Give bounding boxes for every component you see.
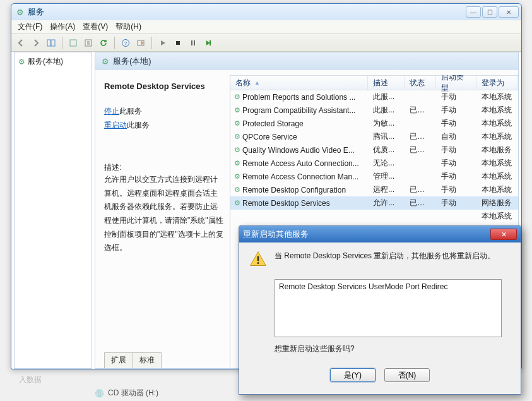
tab-extended[interactable]: 扩展 <box>104 352 133 368</box>
separator <box>114 37 115 49</box>
gear-icon: ⚙ <box>234 106 240 114</box>
table-row[interactable]: 本地系统 <box>230 210 518 223</box>
menu-file[interactable]: 文件(F) <box>14 20 46 33</box>
table-row[interactable]: ⚙Remote Desktop Services允许...已启动手动网络服务 <box>230 196 518 210</box>
description-label: 描述: <box>104 162 223 173</box>
tree-root[interactable]: ⚙ 服务(本地) <box>17 55 89 68</box>
list-item[interactable]: Remote Desktop Services UserMode Port Re… <box>279 282 497 291</box>
dialog-question: 想重新启动这些服务吗? <box>275 344 511 354</box>
dialog-buttons: 是(Y) 否(N) <box>249 368 511 382</box>
separator <box>62 37 62 49</box>
table-row[interactable]: ⚙Quality Windows Audio Video E...优质...已启… <box>230 143 518 157</box>
gear-icon: ⚙ <box>102 57 109 66</box>
service-actions: 停止此服务 重启动此服务 <box>104 105 223 132</box>
service-name: Remote Desktop Services <box>104 81 223 91</box>
restart-dialog: 重新启动其他服务 ✕ 当 Remote Desktop Services 重新启… <box>239 225 521 395</box>
titlebar[interactable]: ⚙ 服务 — ☐ ✕ <box>11 4 521 20</box>
disc-icon: 💿 <box>95 389 104 398</box>
detail-pane: Remote Desktop Services 停止此服务 重启动此服务 描述:… <box>98 75 230 368</box>
maximize-button[interactable]: ☐ <box>482 6 497 18</box>
gear-icon: ⚙ <box>16 8 24 17</box>
table-row[interactable]: ⚙Remote Access Auto Connection...无论...手动… <box>230 157 518 170</box>
wizard-button[interactable] <box>134 36 148 50</box>
forward-button[interactable] <box>29 36 43 50</box>
gear-icon: ⚙ <box>234 93 240 101</box>
svg-rect-2 <box>70 40 76 46</box>
gear-icon: ⚙ <box>234 133 240 141</box>
menu-help[interactable]: 帮助(H) <box>112 20 145 33</box>
svg-rect-1 <box>51 40 55 46</box>
window-title: 服务 <box>28 6 466 18</box>
show-hide-tree-button[interactable] <box>44 36 58 50</box>
svg-rect-9 <box>194 40 195 45</box>
window-controls: — ☐ ✕ <box>466 6 519 18</box>
svg-rect-8 <box>191 40 192 45</box>
pane-header: ⚙ 服务(本地) <box>95 52 518 70</box>
dialog-service-list[interactable]: Remote Desktop Services UserMode Port Re… <box>275 279 502 337</box>
stop-button[interactable] <box>171 36 185 50</box>
drive-item[interactable]: 💿 CD 驱动器 (H:) <box>95 388 158 398</box>
start-button[interactable] <box>156 36 170 50</box>
col-desc[interactable]: 描述 <box>368 76 405 90</box>
export-button[interactable] <box>81 36 95 50</box>
tree-root-label: 服务(本地) <box>28 56 63 67</box>
close-button[interactable]: ✕ <box>499 6 519 18</box>
table-row[interactable]: ⚙Problem Reports and Solutions ...此服...手… <box>230 90 518 104</box>
stop-link[interactable]: 停止 <box>104 107 119 116</box>
table-row[interactable]: ⚙Remote Desktop Configuration远程...已启动手动本… <box>230 183 518 196</box>
pane-title: 服务(本地) <box>113 56 151 67</box>
menu-action[interactable]: 操作(A) <box>46 20 79 33</box>
menu-view[interactable]: 查看(V) <box>79 20 112 33</box>
dialog-titlebar[interactable]: 重新启动其他服务 ✕ <box>239 226 521 242</box>
svg-rect-0 <box>47 40 50 46</box>
dialog-body: 当 Remote Desktop Services 重新启动，其他服务也将重新启… <box>239 242 521 386</box>
gear-icon: ⚙ <box>234 199 240 207</box>
tab-standard[interactable]: 标准 <box>133 352 162 368</box>
table-row[interactable]: ⚙Remote Access Connection Man...管理...手动本… <box>230 170 518 183</box>
no-button[interactable]: 否(N) <box>384 368 430 382</box>
col-logon[interactable]: 登录为 <box>476 76 518 90</box>
table-row[interactable]: ⚙Protected Storage为敏...手动本地系统 <box>230 117 518 130</box>
menubar: 文件(F) 操作(A) 查看(V) 帮助(H) <box>11 20 521 34</box>
description-text: 允许用户以交互方式连接到远程计算机。远程桌面和远程桌面会话主机服务器依赖此服务。… <box>104 173 223 255</box>
background-text: 入数据 <box>19 374 42 385</box>
refresh-button[interactable] <box>97 36 110 50</box>
svg-rect-10 <box>210 40 211 45</box>
tree-pane[interactable]: ⚙ 服务(本地) <box>14 52 92 369</box>
svg-text:?: ? <box>124 40 127 46</box>
dialog-message: 当 Remote Desktop Services 重新启动，其他服务也将重新启… <box>275 250 495 268</box>
sort-asc-icon: ▲ <box>254 80 260 86</box>
dialog-close-button[interactable]: ✕ <box>490 229 517 240</box>
pause-button[interactable] <box>186 36 200 50</box>
toolbar: ? <box>11 34 521 52</box>
col-name[interactable]: 名称▲ <box>230 76 368 90</box>
gear-icon: ⚙ <box>234 146 240 154</box>
gear-icon: ⚙ <box>234 172 240 181</box>
minimize-button[interactable]: — <box>466 6 481 18</box>
col-status[interactable]: 状态 <box>405 76 436 90</box>
help-button[interactable]: ? <box>119 36 133 50</box>
svg-rect-12 <box>257 262 259 264</box>
yes-button[interactable]: 是(Y) <box>330 368 375 382</box>
warning-icon <box>249 250 267 268</box>
col-startup[interactable]: 启动类型 <box>436 76 476 90</box>
gear-icon: ⚙ <box>234 186 240 194</box>
grid-header: 名称▲ 描述 状态 启动类型 登录为 <box>230 75 518 90</box>
back-button[interactable] <box>14 36 28 50</box>
svg-rect-11 <box>257 256 259 261</box>
dialog-title: 重新启动其他服务 <box>243 229 490 240</box>
svg-rect-7 <box>176 41 180 45</box>
gear-icon: ⚙ <box>234 159 240 167</box>
restart-button[interactable] <box>201 36 215 50</box>
table-row[interactable]: ⚙QPCore Service腾讯...已启动自动本地系统 <box>230 130 518 143</box>
separator <box>151 37 152 49</box>
detail-tabs: 扩展 标准 <box>104 352 223 368</box>
restart-link[interactable]: 重启动 <box>104 121 127 129</box>
gear-icon: ⚙ <box>234 119 240 128</box>
table-row[interactable]: ⚙Program Compatibility Assistant...此服...… <box>230 104 518 117</box>
gear-icon: ⚙ <box>18 57 25 66</box>
properties-button[interactable] <box>66 36 80 50</box>
